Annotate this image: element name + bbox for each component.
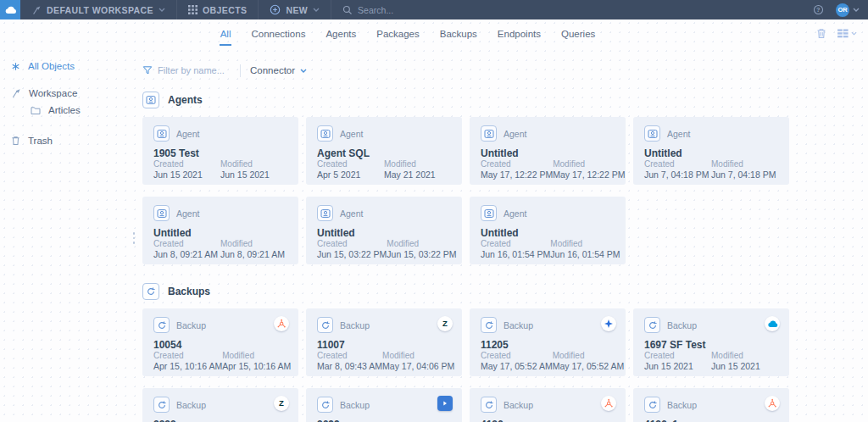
app-window: DEFAULT WORKSPACE OBJECTS NEW [0,0,868,422]
chevron-down-icon [853,8,860,12]
created-value: Jun 15 2021 [644,361,711,371]
sidebar-item-label: All Objects [28,61,75,71]
card-name: 10054 [153,339,287,351]
agent-icon [153,125,170,142]
modified-label: Modified [553,159,625,169]
card-type-label: Backup [504,320,533,330]
card-type-label: Backup [340,320,370,330]
modified-label: Modified [711,159,778,169]
modified-label: Modified [550,239,620,248]
workspace-selector[interactable]: DEFAULT WORKSPACE [20,0,176,19]
card-type-label: Agent [176,208,199,219]
card-name: Untitled [481,147,615,159]
modified-value: May 17, 12:22 PM [553,169,625,180]
tab-queries[interactable]: Queries [560,21,596,46]
created-value: May 17, 12:22 PM [481,169,553,180]
card-type-label: Agent [176,129,199,139]
asterisk-icon [11,62,20,71]
backup-icon [142,283,159,300]
salesforce-icon [765,316,780,331]
object-card[interactable]: Backup 4136_1 Created Modified [633,388,789,422]
new-button[interactable]: NEW [259,0,331,19]
app-logo[interactable] [0,0,20,19]
modified-value: May 17, 04:06 PM [382,361,454,371]
chevron-down-icon [851,31,857,36]
object-card[interactable]: Agent 1905 Test Created Jun 15 2021 Modi… [142,117,298,185]
agent-icon [317,205,333,221]
help-icon[interactable]: ? [813,4,824,15]
chevron-down-icon [159,8,165,12]
tab-packages[interactable]: Packages [376,21,420,46]
name-filter[interactable] [142,65,231,75]
card-name: 1697 SF Test [644,339,778,351]
global-search[interactable] [331,0,462,19]
diamond-icon [601,316,616,331]
object-card[interactable]: Backup Z 2333 Created Modified [142,388,298,422]
created-label: Created [644,159,711,169]
user-menu[interactable]: OR [836,3,860,17]
created-value: May 17, 05:52 AM [481,361,553,371]
sidebar-item-all-objects[interactable]: All Objects [0,56,136,76]
object-card[interactable]: Agent Untitled Created May 17, 12:22 PM … [470,117,626,185]
connector-filter-dropdown[interactable]: Connector [250,65,307,75]
card-type-label: Agent [340,129,363,139]
modified-label: Modified [711,351,778,360]
object-card[interactable]: Backup 10054 Created Apr 15, 10:16 AM Mo… [142,308,298,376]
created-label: Created [481,159,553,169]
backups-section-header: Backups [142,283,868,300]
agent-icon [481,205,497,221]
object-card[interactable]: Backup 3699 Created Modified [306,388,462,422]
sidebar-item-workspace[interactable]: Workspace [0,83,136,103]
created-value: Apr 15, 10:16 AM [153,361,222,371]
object-card[interactable]: Backup 4136 Created Modified [470,388,626,422]
card-type-label: Backup [504,400,533,410]
tab-endpoints[interactable]: Endpoints [497,21,542,46]
plus-circle-icon [270,4,281,15]
card-name: 11007 [317,339,451,351]
tab-all[interactable]: All [220,21,232,46]
sidebar-item-articles[interactable]: Articles [0,103,136,120]
created-label: Created [481,239,550,248]
object-card[interactable]: Agent Untitled Created Jun 8, 09:21 AM M… [142,197,298,264]
sidebar-item-trash[interactable]: Trash [0,130,136,151]
card-name: Agent SQL [317,147,451,159]
created-label: Created [153,239,220,248]
card-name: Untitled [481,227,615,239]
sidebar: All Objects Workspace Articles Trash [0,47,136,422]
cloud-logo-icon [4,5,17,14]
created-label: Created [317,159,384,169]
object-card[interactable]: Agent Untitled Created Jun 15, 03:22 PM … [306,197,462,264]
backup-icon [317,317,333,333]
tab-backups[interactable]: Backups [439,21,478,46]
object-card[interactable]: Backup 1697 SF Test Created Jun 15 2021 … [633,308,789,376]
backup-icon [153,317,170,333]
search-input[interactable] [358,5,451,15]
backup-icon [481,397,497,413]
object-card[interactable]: Agent Agent SQL Created Apr 5 2021 Modif… [306,117,462,185]
object-card[interactable]: Backup 11205 Created May 17, 05:52 AM Mo… [470,308,626,376]
card-type-label: Backup [176,320,206,330]
created-label: Created [153,351,222,360]
view-toggle[interactable] [837,29,857,38]
tab-agents[interactable]: Agents [325,21,357,46]
card-type-label: Agent [504,129,526,139]
delete-icon[interactable] [816,28,826,39]
filter-by-name-input[interactable] [158,65,231,75]
modified-label: Modified [387,239,456,248]
hubspot-icon [274,316,289,331]
object-card[interactable]: Agent Untitled Created Jun 16, 01:54 PM … [470,197,626,264]
svg-text:?: ? [816,6,821,14]
card-type-label: Backup [667,400,697,410]
card-name: 4136_1 [644,419,778,422]
sidebar-resize-handle[interactable] [133,232,136,244]
objects-label: OBJECTS [203,5,247,15]
objects-button[interactable]: OBJECTS [177,0,258,19]
created-value: Jun 15, 03:22 PM [317,249,387,259]
created-value: Jun 16, 01:54 PM [481,249,550,259]
section-title: Agents [168,94,203,106]
card-name: 11205 [481,339,615,351]
object-card[interactable]: Backup Z 11007 Created Mar 8, 09:43 AM M… [306,308,462,376]
tab-bar: All Connections Agents Packages Backups … [0,19,868,47]
tab-connections[interactable]: Connections [250,21,306,46]
object-card[interactable]: Agent Untitled Created Jun 7, 04:18 PM M… [633,117,789,185]
